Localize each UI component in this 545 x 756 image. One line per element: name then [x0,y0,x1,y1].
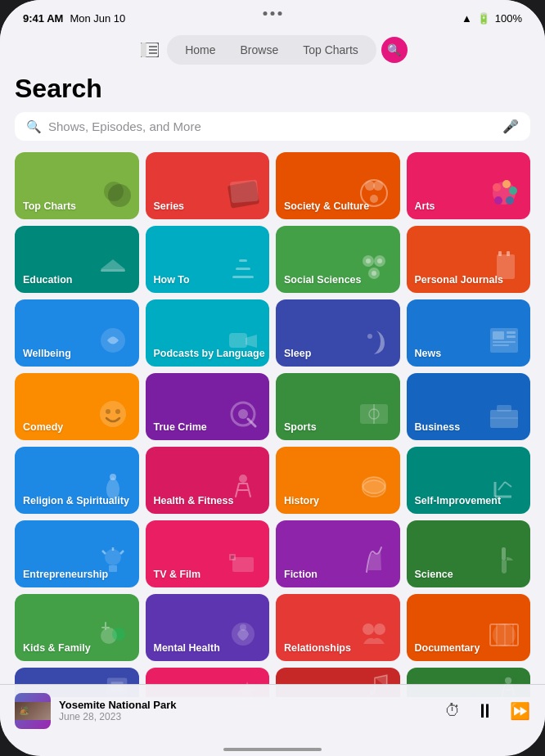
battery-level: 100% [495,12,522,25]
mic-icon[interactable]: 🎤 [502,119,519,134]
svg-point-26 [366,259,371,263]
nav-bar: Home Browse Top Charts 🔍 [0,29,545,70]
nav-home[interactable]: Home [173,39,227,61]
tile-podcasts-by-language[interactable]: Podcasts by Language [146,299,270,367]
tile-sleep[interactable]: Sleep [276,299,400,367]
tile-tv-film[interactable]: TV & Film [146,520,270,587]
tile-label: Social Sciences [284,274,362,286]
tile-label: History [284,495,319,507]
tile-personal-journals[interactable]: Personal Journals [407,226,531,293]
tile-sports[interactable]: Sports [276,373,400,440]
svg-line-62 [505,482,511,487]
tile-label: Relationships [284,642,351,655]
top-dots [263,11,282,16]
status-date: Mon Jun 10 [70,12,125,25]
player-thumbnail: 🏕️ [15,693,51,729]
svg-line-66 [120,551,124,554]
svg-rect-67 [109,565,117,572]
svg-point-28 [372,271,376,276]
player-controls: ⏱ ⏸ ⏩ [444,700,530,722]
svg-line-65 [102,551,106,554]
svg-point-73 [112,628,125,641]
tile-label: Wellbeing [23,348,71,360]
tile-business[interactable]: Business [407,373,531,440]
pause-button[interactable]: ⏸ [475,700,495,722]
svg-point-54 [239,475,247,483]
svg-point-34 [367,334,372,339]
svg-rect-20 [232,276,254,278]
nav-top-charts[interactable]: Top Charts [291,39,370,61]
timer-button[interactable]: ⏱ [444,701,461,720]
tile-label: Sports [284,421,317,434]
tile-religion[interactable]: Religion & Spirituality [15,447,139,514]
tile-social-sciences[interactable]: Social Sciences [276,226,400,293]
svg-rect-38 [507,335,516,338]
search-bar-icon: 🔍 [26,119,42,134]
svg-point-53 [110,474,116,480]
tile-health-fitness[interactable]: Health & Fitness [146,447,270,514]
svg-point-18 [494,196,502,205]
tile-science[interactable]: Science [407,520,531,587]
tile-entrepreneurship[interactable]: Entrepreneurship [15,520,139,587]
tile-series[interactable]: Series [146,152,270,219]
tile-self-improvement[interactable]: Self-Improvement [407,447,531,514]
tile-relationships[interactable]: Relationships [276,594,400,661]
tile-label: Health & Fitness [154,495,234,507]
svg-rect-36 [493,331,504,340]
svg-rect-39 [493,341,516,343]
tile-label: Mental Health [154,642,220,655]
svg-rect-30 [498,251,502,256]
tile-documentary[interactable]: Documentary [407,594,531,661]
svg-rect-19 [101,269,125,272]
svg-rect-31 [507,251,510,256]
svg-point-6 [104,182,124,201]
search-input-placeholder[interactable]: Shows, Episodes, and More [48,119,496,133]
svg-point-78 [493,623,516,646]
tile-comedy[interactable]: Comedy [15,373,139,440]
nav-search-button[interactable]: 🔍 [381,37,408,63]
tile-label: TV & Film [154,569,201,581]
tile-label: Kids & Family [23,642,91,655]
tile-mental-health[interactable]: Mental Health [146,594,270,661]
svg-point-63 [105,549,121,565]
tile-label: How To [154,274,190,286]
player-info: Yosemite National Park June 28, 2023 [59,699,436,722]
tile-label: Business [415,421,461,434]
search-bar[interactable]: 🔍 Shows, Episodes, and More 🎤 [15,112,530,141]
tile-arts[interactable]: Arts [407,152,531,219]
bottom-player: 🏕️ Yosemite National Park June 28, 2023 … [0,684,545,736]
svg-rect-8 [230,180,259,204]
tile-label: Self-Improvement [415,495,502,507]
forward-button[interactable]: ⏩ [510,701,530,721]
sidebar-toggle[interactable] [137,38,162,62]
tile-label: Comedy [23,421,63,434]
svg-point-45 [238,409,248,419]
tile-fiction[interactable]: Fiction [276,520,400,587]
tile-education[interactable]: Education [15,226,139,293]
svg-point-15 [502,180,511,188]
tile-news[interactable]: News [407,299,531,367]
wifi-icon: ▲ [462,12,472,25]
status-bar: 9:41 AM Mon Jun 10 ▲ 🔋 100% [0,0,545,29]
tile-label: Top Charts [23,200,76,213]
tile-society[interactable]: Society & Culture [276,152,400,219]
nav-browse[interactable]: Browse [228,39,290,61]
tile-label: News [415,348,442,360]
svg-rect-22 [239,259,247,262]
svg-rect-71 [502,547,506,560]
tile-kids-family[interactable]: Kids & Family [15,594,139,661]
tile-true-crime[interactable]: True Crime [146,373,270,440]
tile-wellbeing[interactable]: Wellbeing [15,299,139,367]
svg-rect-33 [229,333,247,348]
tile-history[interactable]: History [276,447,400,514]
svg-point-16 [509,187,517,195]
tile-label: Religion & Spirituality [23,495,129,507]
tile-howto[interactable]: How To [146,226,270,293]
tile-label: Science [415,569,453,581]
svg-point-12 [370,195,378,203]
svg-rect-70 [231,556,234,559]
tile-top-charts[interactable]: Top Charts [15,152,139,219]
status-time: 9:41 AM [23,12,63,25]
svg-rect-1 [141,43,146,57]
tile-label: Arts [415,200,435,213]
